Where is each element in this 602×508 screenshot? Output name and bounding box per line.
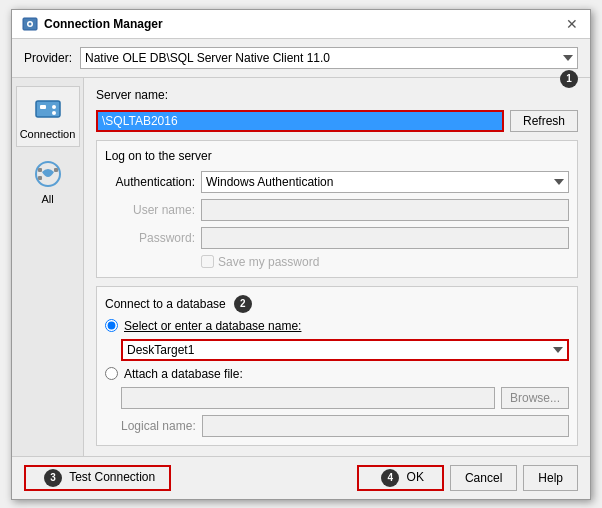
provider-select[interactable]: Native OLE DB\SQL Server Native Client 1…: [80, 47, 578, 69]
badge-2: 2: [234, 295, 252, 313]
refresh-button[interactable]: Refresh: [510, 110, 578, 132]
server-name-section: Server name: 1: [96, 88, 578, 102]
logon-title: Log on to the server: [105, 149, 569, 163]
svg-point-5: [52, 105, 56, 109]
attach-input-row: Browse...: [105, 387, 569, 409]
username-label: User name:: [105, 203, 195, 217]
database-select[interactable]: DeskTarget1: [121, 339, 569, 361]
bottom-right: 4 OK Cancel Help: [357, 465, 578, 491]
logical-name-input[interactable]: [202, 415, 569, 437]
test-connection-button[interactable]: 3 Test Connection: [24, 465, 171, 491]
badge-3: 3: [44, 469, 62, 487]
save-password-row: Save my password: [105, 255, 569, 269]
svg-rect-8: [38, 168, 42, 172]
title-bar-left: Connection Manager: [22, 16, 163, 32]
test-connection-label: Test Connection: [69, 470, 155, 484]
badge-4: 4: [381, 469, 399, 487]
all-icon: [32, 158, 64, 190]
close-button[interactable]: ✕: [564, 16, 580, 32]
title-bar: Connection Manager ✕: [12, 10, 590, 39]
db-title: Connect to a database: [105, 297, 226, 311]
logical-name-label: Logical name:: [121, 419, 196, 433]
auth-label: Authentication:: [105, 175, 195, 189]
cancel-button[interactable]: Cancel: [450, 465, 517, 491]
svg-point-2: [29, 22, 32, 25]
password-row: Password:: [105, 227, 569, 249]
select-db-radio-row: Select or enter a database name:: [105, 319, 569, 333]
svg-rect-10: [54, 168, 58, 172]
database-section: Connect to a database 2 Select or enter …: [96, 286, 578, 446]
main-panel: Server name: 1 \SQLTAB2016 Refresh Log o…: [84, 78, 590, 456]
logical-name-row: Logical name:: [105, 415, 569, 437]
svg-rect-4: [40, 105, 46, 109]
provider-label: Provider:: [24, 51, 72, 65]
auth-select[interactable]: Windows Authentication: [201, 171, 569, 193]
password-label: Password:: [105, 231, 195, 245]
db-section-header: Connect to a database 2: [105, 295, 569, 313]
svg-point-6: [52, 111, 56, 115]
content-area: Connection All Server name: 1: [12, 78, 590, 456]
attach-db-radio-row: Attach a database file:: [105, 367, 569, 381]
help-button[interactable]: Help: [523, 465, 578, 491]
dialog-title: Connection Manager: [44, 17, 163, 31]
save-password-label: Save my password: [218, 255, 319, 269]
ok-label: OK: [407, 470, 424, 484]
save-password-checkbox[interactable]: [201, 255, 214, 268]
connection-manager-dialog: Connection Manager ✕ Provider: Native OL…: [11, 9, 591, 500]
all-tab-label: All: [41, 193, 53, 205]
username-row: User name:: [105, 199, 569, 221]
select-db-label: Select or enter a database name:: [124, 319, 301, 333]
svg-rect-9: [38, 176, 42, 180]
username-input[interactable]: [201, 199, 569, 221]
provider-row: Provider: Native OLE DB\SQL Server Nativ…: [12, 39, 590, 78]
password-input[interactable]: [201, 227, 569, 249]
server-name-row: \SQLTAB2016 Refresh: [96, 110, 578, 132]
connection-tab-label: Connection: [20, 128, 76, 140]
browse-button[interactable]: Browse...: [501, 387, 569, 409]
select-db-combo-row: DeskTarget1: [105, 339, 569, 361]
attach-db-radio[interactable]: [105, 367, 118, 380]
attach-file-input[interactable]: [121, 387, 495, 409]
attach-db-label: Attach a database file:: [124, 367, 243, 381]
auth-row: Authentication: Windows Authentication: [105, 171, 569, 193]
sidebar-tab-all[interactable]: All: [16, 151, 80, 212]
svg-rect-3: [36, 101, 60, 117]
server-name-label: Server name:: [96, 88, 168, 102]
select-db-radio[interactable]: [105, 319, 118, 332]
connection-icon: [32, 93, 64, 125]
dialog-icon: [22, 16, 38, 32]
bottom-bar: 3 Test Connection 4 OK Cancel Help: [12, 456, 590, 499]
logon-section: Log on to the server Authentication: Win…: [96, 140, 578, 278]
sidebar-tab-connection[interactable]: Connection: [16, 86, 80, 147]
bottom-left: 3 Test Connection: [24, 465, 351, 491]
ok-button[interactable]: 4 OK: [357, 465, 444, 491]
sidebar: Connection All: [12, 78, 84, 456]
badge-1: 1: [560, 70, 578, 88]
server-name-input[interactable]: \SQLTAB2016: [96, 110, 504, 132]
